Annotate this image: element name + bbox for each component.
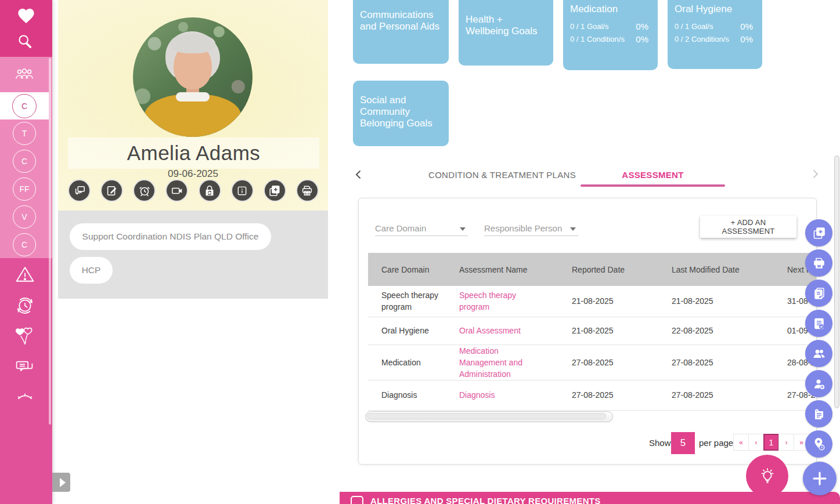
sidebar-scrollbar[interactable]: [49, 58, 51, 425]
col-last-modified-date: Last Modified Date: [672, 253, 787, 286]
heart-icon[interactable]: [16, 5, 37, 25]
goal-card-title: Oral Hygiene: [675, 3, 755, 15]
add-person-button[interactable]: [805, 370, 832, 397]
pagination-controls: « ‹ 1 › »: [734, 434, 809, 451]
search-icon[interactable]: [16, 32, 34, 50]
chevron-right-icon[interactable]: [810, 169, 821, 179]
tab-condition-treatment-plans[interactable]: CONDITION & TREATMENT PLANS: [401, 170, 604, 180]
clients-group-icon[interactable]: [0, 57, 49, 90]
add-new-button[interactable]: [803, 462, 837, 495]
sidebar-item-client[interactable]: T: [13, 122, 36, 145]
per-page-label: per page: [699, 438, 733, 448]
first-page-button[interactable]: «: [733, 434, 749, 451]
goal-card[interactable]: Communications and Personal Aids: [353, 0, 449, 64]
page-scrollbar[interactable]: [834, 155, 839, 408]
goal-card[interactable]: Oral Hygiene 0 / 1 Goal/s0% 0 / 2 Condit…: [668, 0, 762, 69]
avatar-initials: C: [21, 240, 27, 249]
edit-note-button[interactable]: [100, 179, 123, 202]
lock-sync-icon: [203, 184, 216, 197]
clients-button[interactable]: [805, 340, 832, 367]
cell-reported-date: 21-08-2025: [572, 286, 672, 317]
alert-triangle-icon[interactable]: [14, 263, 36, 285]
goal-card[interactable]: Health + Wellbeing Goals: [459, 0, 553, 66]
report-check-button[interactable]: [805, 280, 832, 307]
cell-reported-date: 27-08-2025: [572, 345, 672, 380]
stat-label: 0 / 2 Condition/s: [675, 35, 733, 44]
assessment-link[interactable]: Diagnosis: [459, 389, 495, 401]
stat-value: 0%: [740, 21, 755, 31]
dropdown-arrow-icon: [570, 227, 576, 231]
chevron-left-icon[interactable]: [353, 169, 363, 180]
location-history-icon: [812, 437, 826, 452]
responsible-person-select-label: Responsible Person: [484, 223, 562, 233]
add-assessment-button[interactable]: + ADD AN ASSESSMENT: [700, 216, 796, 238]
cell-last-modified: 27-08-2025: [672, 380, 787, 410]
next-page-button[interactable]: ›: [778, 434, 794, 451]
horizontal-scrollbar[interactable]: [365, 411, 613, 422]
client-photo[interactable]: [133, 17, 253, 137]
video-icon: [171, 185, 183, 197]
tab-assessment[interactable]: ASSESSMENT: [581, 170, 725, 180]
goal-card-title: Social and Community Belonging Goals: [360, 95, 442, 129]
assessment-link[interactable]: Speech therapy program: [459, 289, 529, 313]
goal-card-title: Communications and Personal Aids: [360, 9, 442, 32]
sidebar-expand-button[interactable]: [52, 473, 70, 492]
lock-sync-button[interactable]: [199, 179, 221, 202]
suggestions-button[interactable]: [746, 455, 788, 497]
goal-card-title: Medication: [570, 3, 651, 15]
messages-icon[interactable]: [14, 357, 36, 379]
messages-icon: [73, 185, 86, 197]
current-page-button[interactable]: 1: [763, 434, 779, 451]
print-icon: [301, 184, 313, 197]
messages-button[interactable]: [68, 179, 91, 202]
care-domain-select[interactable]: Care Domain: [375, 223, 468, 236]
goal-card[interactable]: Social and Community Belonging Goals: [353, 81, 449, 146]
add-document-button[interactable]: [264, 179, 286, 202]
history-clock-icon[interactable]: [14, 294, 36, 317]
allergies-section-title: ALLERGIES AND SPECIAL DIETARY REQUIREMEN…: [370, 496, 601, 504]
info-icon: [236, 185, 248, 197]
tag-pill[interactable]: Support Coordination NDIS Plan QLD Offic…: [70, 223, 271, 250]
avatar: C: [12, 94, 37, 118]
goal-card[interactable]: Medication 0 / 1 Goal/s0% 0 / 1 Conditio…: [563, 0, 658, 70]
add-person-icon: [812, 377, 826, 391]
video-button[interactable]: [165, 179, 188, 202]
print-button[interactable]: [805, 249, 832, 277]
avatar-initials: FF: [19, 184, 29, 194]
sidebar-item-client[interactable]: V: [13, 205, 36, 229]
tag-label: Support Coordination NDIS Plan QLD Offic…: [82, 231, 259, 242]
stat-value: 0%: [636, 21, 651, 31]
scrollbar-thumb[interactable]: [367, 413, 606, 419]
print-button[interactable]: [296, 179, 319, 202]
goal-card-stats: 0 / 1 Goal/s0% 0 / 2 Condition/s0%: [675, 21, 755, 44]
sidebar-item-client[interactable]: C: [13, 150, 36, 173]
page-size-select[interactable]: 5: [671, 432, 695, 454]
tag-pill[interactable]: HCP: [70, 257, 113, 284]
cell-reported-date: 27-08-2025: [572, 380, 672, 410]
add-icon: [811, 470, 828, 487]
sidebar-item-client[interactable]: FF: [13, 177, 36, 201]
form-check-icon: [812, 317, 826, 331]
responsible-person-select[interactable]: Responsible Person: [484, 223, 578, 236]
goal-card-stats: 0 / 1 Goal/s0% 0 / 1 Condition/s0%: [570, 21, 651, 44]
wellbeing-hearts-icon[interactable]: [14, 325, 36, 349]
goal-card-title: Health + Wellbeing Goals: [466, 14, 546, 37]
assessment-link[interactable]: Medication Management and Administration: [459, 345, 529, 380]
alarm-button[interactable]: [133, 179, 156, 202]
photo-fringe: [170, 34, 215, 53]
sidebar-item-client[interactable]: C: [13, 233, 36, 256]
location-history-button[interactable]: [805, 430, 832, 458]
memo-button[interactable]: [805, 400, 832, 427]
assessment-link[interactable]: Oral Assessment: [459, 325, 521, 336]
active-tab-underline: [581, 184, 725, 187]
form-check-button[interactable]: [805, 310, 832, 337]
edit-note-icon: [106, 184, 118, 197]
table-header-row: Care Domain Assessment Name Reported Dat…: [368, 253, 817, 286]
info-button[interactable]: [231, 179, 254, 202]
gauge-icon[interactable]: [14, 387, 36, 399]
prev-page-button[interactable]: ‹: [748, 434, 764, 451]
stat-label: 0 / 1 Condition/s: [570, 35, 628, 44]
sidebar-item-client-active[interactable]: C: [0, 92, 49, 119]
add-document-button[interactable]: [805, 219, 832, 246]
profile-action-row: [68, 179, 319, 202]
